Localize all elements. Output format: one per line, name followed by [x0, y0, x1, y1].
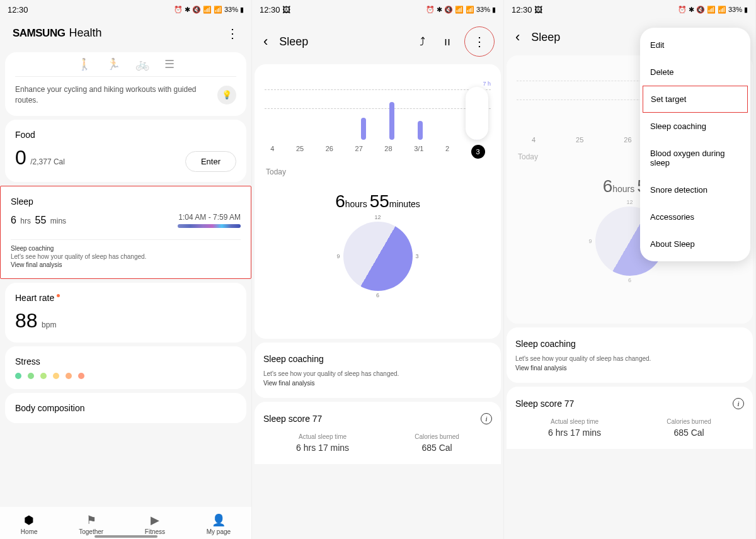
- date-label[interactable]: 28: [384, 145, 392, 159]
- run-icon[interactable]: 🏃: [106, 57, 120, 71]
- stress-title: Stress: [15, 356, 236, 366]
- nav-fitness[interactable]: ▶ Fitness: [145, 513, 165, 535]
- gesture-handle[interactable]: [94, 535, 158, 538]
- enter-button[interactable]: Enter: [185, 151, 236, 172]
- food-target: /2,377 Cal: [30, 157, 65, 166]
- status-icons: ⏰✱🔇📶📶33%▮: [174, 6, 244, 14]
- coaching-text: Let's see how your quality of sleep has …: [11, 253, 241, 260]
- sleep-bar-chart[interactable]: 7 h: [265, 89, 491, 140]
- stress-card[interactable]: Stress: [5, 346, 246, 389]
- share-icon[interactable]: ⤴: [415, 35, 430, 48]
- stress-dot: [66, 373, 72, 379]
- heart-card[interactable]: Heart rate 88 bpm: [5, 283, 246, 343]
- info-icon[interactable]: i: [481, 413, 492, 424]
- sleep-header: ‹ Sleep ⤴ ıı ⋮: [252, 19, 503, 64]
- more-icon[interactable]: ⋮: [226, 27, 239, 40]
- sleep-title: Sleep: [11, 196, 241, 207]
- back-icon[interactable]: ‹: [261, 31, 270, 52]
- stress-dot: [15, 373, 21, 379]
- date-label[interactable]: 27: [355, 145, 363, 159]
- home-icon: ⬢: [24, 513, 34, 527]
- sleep-clock-chart: 12 3 6 9: [343, 222, 413, 291]
- menu-delete[interactable]: Delete: [640, 59, 750, 86]
- body-title: Body composition: [15, 403, 236, 413]
- score-card[interactable]: Sleep score 77 i Actual sleep time 6 hrs…: [507, 387, 753, 449]
- menu-edit[interactable]: Edit: [640, 31, 750, 59]
- score-title: Sleep score 77: [263, 414, 322, 424]
- brand-logo: SAMSUNG: [13, 27, 65, 40]
- status-bar: 12:30 🖼 ⏰✱🔇📶📶33%▮: [504, 0, 755, 19]
- nav-together[interactable]: ⚑ Together: [79, 513, 103, 535]
- sleep-hours: 6: [11, 215, 16, 225]
- target-label: 7 h: [483, 81, 491, 87]
- score-card[interactable]: Sleep score 77 i Actual sleep time 6 hrs…: [255, 402, 501, 464]
- menu-sleep-coaching[interactable]: Sleep coaching: [640, 113, 750, 140]
- body-card[interactable]: Body composition: [5, 393, 246, 423]
- food-card[interactable]: Food 0 /2,377 Cal Enter: [5, 120, 246, 182]
- stress-dots: [15, 373, 236, 379]
- calories-label: Calories burned: [415, 433, 459, 440]
- stress-dot: [40, 373, 47, 379]
- date-label[interactable]: 4: [270, 145, 274, 159]
- coaching-text: Let's see how your quality of sleep has …: [263, 370, 492, 377]
- actual-sleep-value: 6 hrs 17 mins: [296, 443, 349, 453]
- nav-home[interactable]: ⬢ Home: [21, 513, 38, 535]
- hint-text: Enhance your cycling and hiking workouts…: [15, 84, 210, 106]
- date-label[interactable]: 26: [326, 145, 333, 159]
- view-analysis-link[interactable]: View final analysis: [515, 365, 744, 372]
- menu-accessories[interactable]: Accessories: [640, 203, 750, 230]
- more-icon: ⋮: [473, 34, 486, 49]
- stress-dot: [53, 373, 59, 379]
- walk-icon[interactable]: 🚶: [77, 57, 91, 71]
- coaching-title: Sleep coaching: [263, 354, 492, 364]
- status-bar: 12:30 🖼 ⏰✱🔇📶📶33%▮: [252, 0, 503, 19]
- today-label: Today: [260, 159, 496, 181]
- date-slider[interactable]: [466, 87, 488, 140]
- pane-sleep-detail: 12:30 🖼 ⏰✱🔇📶📶33%▮ ‹ Sleep ⤴ ıı ⋮ 7 h 425…: [252, 0, 504, 539]
- calories-value: 685 Cal: [415, 443, 459, 453]
- actual-sleep-label: Actual sleep time: [296, 433, 349, 440]
- sleep-bar[interactable]: [389, 102, 394, 140]
- food-value: 0: [15, 146, 26, 169]
- date-label[interactable]: 3/1: [414, 145, 423, 159]
- sleep-chart-card: 7 h 4252627283/123 Today 6hours 55minute…: [255, 64, 501, 339]
- status-bar: 12:30 ⏰✱🔇📶📶33%▮: [0, 0, 251, 19]
- list-icon[interactable]: ☰: [164, 57, 175, 71]
- person-icon: 👤: [212, 513, 226, 527]
- nav-mypage[interactable]: 👤 My page: [207, 513, 231, 535]
- coaching-label: Sleep coaching: [11, 245, 241, 252]
- view-analysis-link[interactable]: View final analysis: [263, 380, 492, 387]
- activity-card[interactable]: 🚶 🏃 🚲 ☰ Enhance your cycling and hiking …: [5, 52, 246, 116]
- menu-blood-oxygen[interactable]: Blood oxygen during sleep: [640, 140, 750, 176]
- sleep-bar[interactable]: [418, 121, 423, 140]
- info-icon[interactable]: i: [733, 398, 744, 409]
- sleep-duration: 6hours 55minutes: [260, 191, 496, 212]
- flag-icon: ⚑: [86, 513, 96, 527]
- menu-about[interactable]: About Sleep: [640, 230, 750, 258]
- coaching-card[interactable]: Sleep coaching Let's see how your qualit…: [507, 327, 753, 383]
- app-header: SAMSUNG Health ⋮: [0, 19, 251, 48]
- more-button-highlighted[interactable]: ⋮: [464, 26, 495, 57]
- chart-toggle-icon[interactable]: ıı: [439, 35, 455, 48]
- menu-set-target[interactable]: Set target: [643, 86, 748, 113]
- bulb-icon[interactable]: 💡: [217, 86, 236, 105]
- date-label[interactable]: 2: [445, 145, 449, 159]
- sleep-bar[interactable]: [361, 118, 366, 140]
- pane-sleep-menu: 12:30 🖼 ⏰✱🔇📶📶33%▮ ‹ Sleep 425262728 Toda…: [504, 0, 756, 539]
- sleep-mins: 55: [35, 215, 46, 225]
- sleep-card[interactable]: Sleep 6 hrs 55 mins 1:04 AM - 7:59 AM Sl…: [0, 186, 251, 279]
- date-label[interactable]: 25: [296, 145, 304, 159]
- coaching-card[interactable]: Sleep coaching Let's see how your qualit…: [255, 343, 501, 398]
- view-analysis-link[interactable]: View final analysis: [11, 261, 241, 268]
- date-row[interactable]: 4252627283/123: [260, 145, 496, 159]
- menu-snore[interactable]: Snore detection: [640, 176, 750, 203]
- heart-value: 88: [15, 309, 38, 332]
- date-label[interactable]: 3: [471, 145, 485, 159]
- bottom-nav: ⬢ Home ⚑ Together ▶ Fitness 👤 My page: [0, 507, 251, 539]
- sleep-bar-chart: [178, 224, 241, 228]
- bike-icon[interactable]: 🚲: [135, 57, 149, 71]
- sleep-range: 1:04 AM - 7:59 AM: [178, 213, 241, 222]
- status-time: 12:30: [8, 5, 28, 14]
- play-icon: ▶: [151, 513, 159, 527]
- back-icon[interactable]: ‹: [513, 26, 522, 48]
